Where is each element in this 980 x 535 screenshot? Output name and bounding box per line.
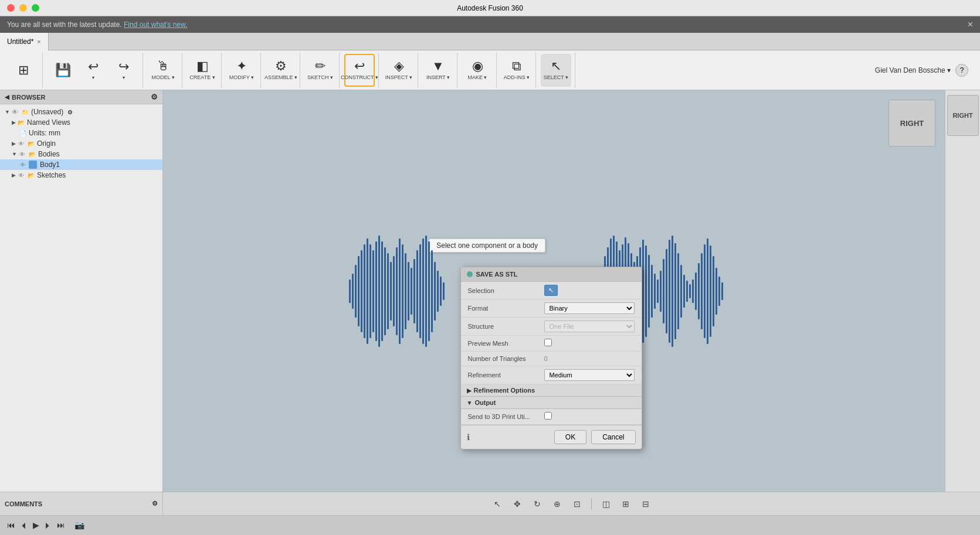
view-options-button[interactable]: ◫	[598, 496, 614, 512]
rewind-button[interactable]: ⏮	[7, 520, 15, 530]
svg-rect-27	[428, 241, 430, 341]
comments-section[interactable]: COMMENTS ⚙	[0, 492, 163, 515]
play-button[interactable]: ▶	[33, 520, 39, 530]
minimize-button[interactable]	[19, 4, 27, 12]
refinement-select[interactable]: Low Medium High Custom	[544, 369, 635, 381]
svg-rect-54	[657, 280, 659, 303]
end-button[interactable]: ⏭	[57, 520, 65, 530]
right-view-button[interactable]: RIGHT	[947, 95, 979, 136]
info-icon[interactable]: ℹ	[467, 432, 470, 442]
toolbar: ⊞ 💾 ↩ ▾ ↪ ▾ 🖱 MODEL ▾ ◧ CREATE ▾ ✦	[0, 50, 980, 90]
selection-button[interactable]: ↖	[544, 285, 558, 296]
select-label: SELECT ▾	[544, 74, 568, 80]
refinement-control: Low Medium High Custom	[544, 369, 635, 381]
svg-rect-73	[713, 256, 714, 326]
inspect-button[interactable]: ◈ INSPECT ▾	[384, 54, 414, 87]
dialog-row-selection: Selection ↖	[461, 282, 642, 299]
orbit-tool-button[interactable]: ↻	[529, 496, 545, 512]
folder-icon-sketches: 📂	[27, 171, 35, 179]
svg-rect-58	[669, 240, 670, 343]
tree-expand-sketches[interactable]: ▶	[12, 172, 16, 178]
preview-mesh-checkbox[interactable]	[544, 339, 552, 346]
cancel-button[interactable]: Cancel	[591, 430, 635, 444]
forward-button[interactable]: ⏵	[44, 520, 52, 530]
back-button[interactable]: ⏴	[20, 520, 28, 530]
viewcube[interactable]: RIGHT	[889, 100, 935, 146]
close-button[interactable]	[7, 4, 15, 12]
comments-settings-icon[interactable]: ⚙	[152, 500, 158, 507]
tree-expand-named-views[interactable]: ▶	[12, 120, 16, 125]
user-name[interactable]: Giel Van Den Bossche ▾	[875, 66, 951, 74]
tree-item-named-views[interactable]: ▶ 📂 Named Views	[0, 117, 162, 128]
addins-group: ⧉ ADD-INS ▾	[498, 53, 536, 88]
camera-button[interactable]: 📷	[74, 520, 84, 530]
tree-item-units[interactable]: 📄 Units: mm	[0, 128, 162, 138]
format-select[interactable]: Binary ASCII	[544, 302, 635, 314]
svg-rect-64	[686, 281, 688, 302]
cursor-tool-button[interactable]: ↖	[489, 496, 506, 512]
find-out-link[interactable]: Find out what's new.	[124, 21, 187, 29]
svg-rect-9	[375, 241, 377, 341]
tree-label-origin: Origin	[37, 139, 56, 148]
tree-expand-bodies[interactable]: ▼	[12, 151, 17, 157]
sketch-label: SKETCH ▾	[307, 74, 333, 80]
settings-icon-root[interactable]: ⚙	[66, 108, 74, 116]
zoom-in-button[interactable]: ⊕	[549, 496, 565, 512]
browser-settings-icon[interactable]: ⚙	[151, 93, 158, 101]
output-section[interactable]: ▼ Output	[461, 397, 642, 409]
undo-button[interactable]: ↩ ▾	[78, 54, 108, 87]
tree-expand-root[interactable]: ▼	[5, 109, 10, 115]
tree-item-body1[interactable]: 👁 Body1	[0, 159, 162, 170]
structure-select[interactable]: One File One File Per Body	[544, 321, 635, 332]
tab-untitled[interactable]: Untitled* ×	[0, 33, 49, 50]
construct-button[interactable]: ↩ CONSTRUCT ▾	[344, 54, 375, 87]
create-icon: ◧	[196, 60, 209, 73]
maximize-button[interactable]	[32, 4, 39, 12]
svg-rect-32	[443, 282, 445, 300]
svg-rect-7	[369, 244, 371, 338]
bottom-bar: COMMENTS ⚙ ↖ ✥ ↻ ⊕ ⊡ ◫ ⊞ ⊟	[0, 492, 980, 515]
browser-collapse-button[interactable]: ◀	[5, 94, 9, 100]
svg-rect-52	[651, 265, 653, 318]
construct-group: ↩ CONSTRUCT ▾	[341, 53, 379, 88]
sketch-button[interactable]: ✏ SKETCH ▾	[305, 54, 335, 87]
select-button[interactable]: ↖ SELECT ▾	[541, 54, 571, 87]
tab-close-button[interactable]: ×	[37, 38, 40, 45]
svg-rect-23	[416, 250, 418, 332]
visual-style-button[interactable]: ⊟	[637, 496, 654, 512]
folder-icon-named-views: 📂	[17, 118, 25, 127]
save-button[interactable]: 💾	[48, 54, 78, 87]
svg-rect-21	[411, 268, 412, 315]
svg-rect-11	[381, 241, 383, 341]
ok-button[interactable]: OK	[554, 430, 586, 444]
display-settings-button[interactable]: ⊞	[618, 496, 634, 512]
refinement-options-section[interactable]: ▶ Refinement Options	[461, 384, 642, 397]
tree-item-sketches[interactable]: ▶ 👁 📂 Sketches	[0, 170, 162, 180]
insert-button[interactable]: ▼ INSERT ▾	[423, 54, 453, 87]
svg-rect-76	[721, 282, 723, 300]
select-group: ↖ SELECT ▾	[537, 53, 575, 88]
tree-item-bodies[interactable]: ▼ 👁 📂 Bodies	[0, 149, 162, 159]
addins-button[interactable]: ⧉ ADD-INS ▾	[501, 54, 532, 87]
format-label: Format	[468, 305, 544, 312]
help-button[interactable]: ?	[955, 64, 968, 77]
tree-item-origin[interactable]: ▶ 👁 📂 Origin	[0, 138, 162, 149]
model-button[interactable]: 🖱 MODEL ▾	[148, 54, 178, 87]
eye-icon-sketches: 👁	[17, 171, 25, 179]
app-menu-button[interactable]: ⊞	[8, 54, 39, 87]
svg-rect-22	[413, 259, 415, 323]
svg-rect-29	[434, 262, 436, 321]
dialog-status-dot	[467, 271, 473, 277]
make-button[interactable]: ◉ MAKE ▾	[462, 54, 493, 87]
pan-tool-button[interactable]: ✥	[509, 496, 525, 512]
3dprint-checkbox[interactable]	[544, 412, 552, 420]
assemble-button[interactable]: ⚙ ASSEMBLE ▾	[266, 54, 296, 87]
redo-icon: ↪	[118, 60, 129, 73]
tree-item-root[interactable]: ▼ 👁 📁 (Unsaved) ⚙	[0, 107, 162, 117]
modify-button[interactable]: ✦ MODIFY ▾	[226, 54, 257, 87]
update-bar-close[interactable]: ×	[968, 19, 973, 30]
create-button[interactable]: ◧ CREATE ▾	[187, 54, 218, 87]
zoom-extent-button[interactable]: ⊡	[569, 496, 585, 512]
tree-expand-origin[interactable]: ▶	[12, 141, 16, 146]
redo-button[interactable]: ↪ ▾	[108, 54, 139, 87]
